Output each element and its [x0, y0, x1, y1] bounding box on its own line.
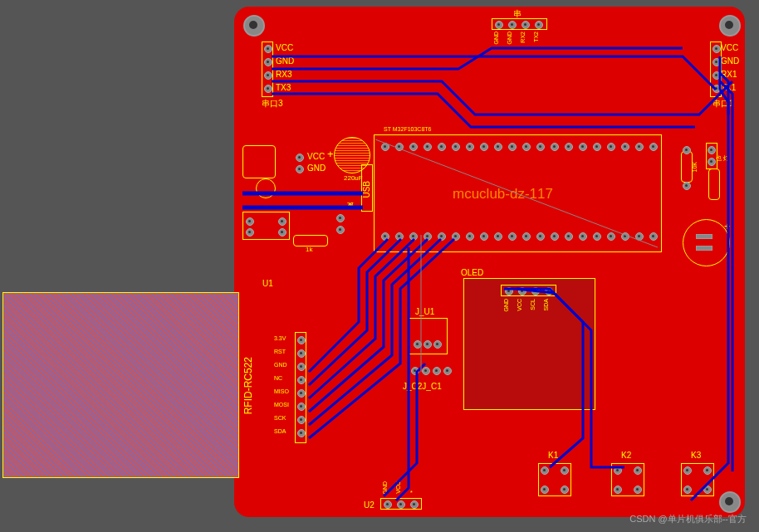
serial1-pin-label: TX1	[721, 83, 736, 92]
mcu-pin	[508, 143, 517, 151]
mcu-pin	[565, 143, 573, 151]
oled-pin-label: GND	[503, 299, 509, 312]
mcu-pin	[494, 143, 502, 151]
rfid-pin-label: MOSI	[274, 402, 289, 408]
mcu-pin	[593, 232, 601, 241]
oled-pin-label: VCC	[517, 299, 522, 311]
u2-pin	[397, 500, 405, 509]
j-u1-label: J_U1	[415, 307, 434, 316]
mcu-pin	[424, 232, 432, 241]
usb-pin-label: TX2	[533, 32, 539, 42]
btn-pin	[703, 486, 712, 494]
mcu-pin	[395, 143, 404, 151]
mcu-pin	[536, 143, 545, 151]
mcu-pin	[565, 232, 573, 241]
mcu-pin	[522, 232, 531, 241]
mcu-pin	[579, 143, 587, 151]
reset-pin	[336, 226, 345, 234]
mcu-pin	[381, 232, 389, 241]
mounting-hole	[719, 491, 741, 513]
u2-pin-label: *	[410, 490, 413, 495]
reset-pin	[336, 214, 345, 222]
rfid-pin	[297, 389, 306, 398]
mcu-pin	[424, 143, 432, 151]
serial3-pin-label: VCC	[276, 43, 293, 52]
mcu-pin	[593, 143, 601, 151]
plus-icon: +	[724, 220, 731, 232]
rfid-pin-label: 3.3V	[274, 335, 286, 341]
pin	[708, 146, 716, 154]
mcu-pin	[438, 143, 446, 151]
switch-pin	[278, 217, 286, 226]
usb-pin	[522, 21, 530, 29]
oled-pin	[545, 287, 553, 295]
oled-pin	[518, 287, 526, 295]
oled-pin	[531, 287, 540, 295]
btn-pin	[614, 466, 622, 475]
power-outline	[242, 145, 276, 178]
mcu-pin	[480, 232, 488, 241]
mcu-pin	[621, 143, 629, 151]
serial3-pin	[264, 85, 272, 93]
usb-name: 串	[513, 8, 522, 20]
usb-pin	[495, 21, 503, 29]
usb-label: USB	[362, 181, 371, 198]
serial1-name: 串口1	[712, 98, 734, 110]
res-label: 10K	[692, 162, 698, 172]
cap-right	[683, 219, 730, 266]
serial1-pin-label: GND	[721, 56, 739, 66]
power-pin	[296, 154, 304, 162]
mcu-pin	[409, 232, 418, 241]
rfid-pin-label: NC	[274, 375, 282, 381]
btn-pin	[634, 486, 642, 494]
power-circle	[256, 178, 276, 198]
mcu-pin	[508, 232, 517, 241]
usb-pin-label: RX2	[520, 32, 526, 43]
jumper-pin	[411, 367, 419, 375]
rfid-pin	[297, 416, 306, 424]
rfid-name: RFID-RC522	[242, 357, 254, 414]
plus-icon: +	[327, 148, 334, 160]
serial3-pin-label: TX3	[276, 83, 291, 92]
mcu-pin	[579, 232, 587, 241]
mcu-pin	[466, 143, 474, 151]
res-right2	[708, 168, 720, 200]
btn-pin	[703, 466, 712, 475]
oled-name: OLED	[461, 268, 483, 277]
j-u1-outline	[409, 318, 448, 354]
serial3-pin-label: GND	[276, 56, 294, 66]
serial1-pin-label: VCC	[721, 43, 738, 52]
rfid-ref: U1	[262, 279, 273, 288]
oled-pin	[505, 287, 513, 295]
mcu-pin	[551, 232, 559, 241]
oled-pin-label: SDA	[543, 299, 549, 310]
jumper-pin	[424, 340, 432, 349]
mounting-hole	[719, 15, 741, 37]
serial3-name: 串口3	[262, 98, 283, 110]
mcu-pin	[452, 232, 460, 241]
pin	[683, 146, 691, 154]
serial1-pin-label: RX1	[721, 70, 737, 79]
usb-pin	[535, 21, 543, 29]
mcu-pin	[494, 232, 502, 241]
rfid-pin	[297, 363, 306, 371]
mcu-pin	[607, 143, 615, 151]
cap-pad	[696, 246, 712, 251]
u2-pin-label: VCC	[395, 481, 401, 494]
mcu-pin	[635, 232, 644, 241]
watermark: CSDN @单片机俱乐部--官方	[629, 513, 747, 525]
usb-pin-label: GND	[507, 32, 512, 45]
serial1-pin	[712, 71, 721, 80]
mcu-pin	[480, 143, 488, 151]
mcu-pin	[395, 232, 404, 241]
mcu-label: ST M32F103C8T6	[384, 126, 431, 132]
mcu-pin	[607, 232, 615, 241]
power-pin-label: GND	[307, 164, 326, 173]
btn-pin	[614, 486, 622, 494]
mcu-pin	[522, 143, 531, 151]
btn-pin	[561, 486, 569, 494]
mcu-pin	[466, 232, 474, 241]
rfid-pin-label: MISO	[274, 388, 289, 394]
mcu-pin	[438, 232, 446, 241]
btn-pin	[634, 466, 642, 475]
